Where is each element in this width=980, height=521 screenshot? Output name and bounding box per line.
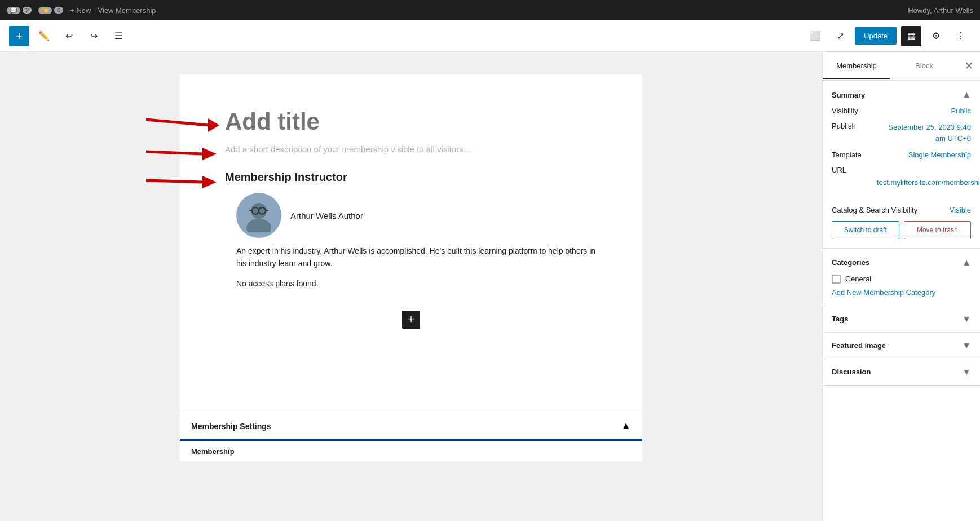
template-row: Template Single Membership <box>832 151 971 159</box>
summary-section: Summary ▲ Visibility Public Publish Sept… <box>823 81 980 249</box>
main-layout: Add title Add a short description of you… <box>0 52 980 521</box>
summary-section-header[interactable]: Summary ▲ <box>832 90 971 100</box>
featured-image-section[interactable]: Featured image ▼ <box>823 333 980 359</box>
title-block: Add title <box>225 108 597 135</box>
svg-line-2 <box>146 152 202 154</box>
description-placeholder[interactable]: Add a short description of your membersh… <box>225 144 597 154</box>
external-link-button[interactable]: ⤢ <box>830 26 850 46</box>
category-general-label: General <box>845 275 871 283</box>
list-view-button[interactable]: ☰ <box>108 26 129 46</box>
more-options-button[interactable]: ⋮ <box>951 26 971 46</box>
instructor-bio: An expert in his industry, Arthur Wells … <box>236 245 597 270</box>
comments-count: 2 <box>23 7 32 14</box>
category-general-row: General <box>832 275 971 284</box>
title-placeholder[interactable]: Add title <box>225 108 597 135</box>
instructor-heading: Membership Instructor <box>225 171 347 184</box>
featured-image-title: Featured image <box>832 341 886 350</box>
tags-expand-icon: ▼ <box>962 314 971 324</box>
category-general-checkbox[interactable] <box>832 275 841 284</box>
visibility-value[interactable]: Public <box>951 107 971 115</box>
admin-bar-left: 💬 2 🎫 0 + New View Membership <box>7 6 901 15</box>
tickets-badge[interactable]: 🎫 0 <box>38 7 63 14</box>
discussion-expand-icon: ▼ <box>962 367 971 377</box>
template-label: Template <box>832 151 877 159</box>
action-buttons: Switch to draft Move to trash <box>832 221 971 239</box>
svg-line-4 <box>146 180 202 182</box>
update-button[interactable]: Update <box>855 27 897 45</box>
user-greeting: Howdy, Arthur Wells <box>908 6 973 15</box>
new-button[interactable]: + New <box>70 6 91 15</box>
categories-title: Categories <box>832 258 869 267</box>
catalog-row: Catalog & Search Visibility Visible <box>832 206 971 214</box>
instructor-name: Arthur Wells Author <box>290 211 363 220</box>
publish-label: Publish <box>832 122 877 130</box>
instructor-card: Arthur Wells Author An expert in his ind… <box>236 193 597 288</box>
discussion-title: Discussion <box>832 368 871 376</box>
settings-bar-title: Membership Settings <box>191 422 271 431</box>
description-block: Add a short description of your membersh… <box>225 144 597 154</box>
instructor-section: Membership Instructor <box>225 171 597 288</box>
svg-marker-1 <box>208 118 219 132</box>
tickets-count: 0 <box>54 7 63 14</box>
featured-image-expand-icon: ▼ <box>962 341 971 351</box>
membership-label: Membership <box>191 447 235 456</box>
discussion-section[interactable]: Discussion ▼ <box>823 359 980 386</box>
view-membership-link[interactable]: View Membership <box>98 6 156 15</box>
add-block-button[interactable]: + <box>9 26 29 46</box>
svg-line-0 <box>146 120 208 125</box>
summary-title: Summary <box>832 91 865 99</box>
svg-marker-3 <box>202 148 217 160</box>
editor-area: Add title Add a short description of you… <box>0 52 822 521</box>
admin-bar: 💬 2 🎫 0 + New View Membership Howdy, Art… <box>0 0 980 20</box>
avatar <box>236 193 281 238</box>
publish-value[interactable]: September 25, 2023 9:40 am UTC+0 <box>877 122 971 144</box>
description-arrow-indicator <box>140 142 225 167</box>
undo-button[interactable]: ↩ <box>59 26 79 46</box>
publish-row: Publish September 25, 2023 9:40 am UTC+0 <box>832 122 971 144</box>
svg-line-10 <box>249 210 252 211</box>
visibility-label: Visibility <box>832 107 877 115</box>
catalog-label: Catalog & Search Visibility <box>832 206 917 214</box>
add-category-link[interactable]: Add New Membership Category <box>832 288 971 297</box>
switch-to-draft-button[interactable]: Switch to draft <box>832 221 899 239</box>
tags-section[interactable]: Tags ▼ <box>823 306 980 333</box>
settings-collapse-button[interactable]: ▲ <box>621 420 631 432</box>
instructor-heading-row: Membership Instructor <box>225 171 597 184</box>
editor-canvas: Add title Add a short description of you… <box>180 74 642 413</box>
categories-section-header[interactable]: Categories ▲ <box>832 258 971 268</box>
instructor-avatar-row: Arthur Wells Author <box>236 193 597 238</box>
svg-line-11 <box>266 210 268 211</box>
move-to-trash-button[interactable]: Move to trash <box>904 221 972 239</box>
visibility-row: Visibility Public <box>832 107 971 115</box>
no-plans-text: No access plans found. <box>236 279 597 288</box>
categories-section: Categories ▲ General Add New Membership … <box>823 249 980 306</box>
title-arrow-indicator <box>140 108 225 139</box>
sidebar-tabs: Membership Block ✕ <box>823 52 980 81</box>
membership-settings-bar: Membership Settings ▲ <box>180 413 642 439</box>
tags-title: Tags <box>832 315 848 323</box>
url-value[interactable]: nadia-test.myliftersite.com/membership/c… <box>877 166 980 199</box>
toolbar-right: ⬜ ⤢ Update ▦ ⚙ ⋮ <box>805 26 971 46</box>
comments-badge[interactable]: 💬 2 <box>7 7 32 14</box>
tab-membership[interactable]: Membership <box>823 54 890 79</box>
sidebar-close-button[interactable]: ✕ <box>958 52 980 80</box>
desktop-preview-button[interactable]: ⬜ <box>805 26 826 46</box>
sidebar-toggle-button[interactable]: ▦ <box>901 26 921 46</box>
editor-toolbar: + ✏️ ↩ ↪ ☰ ⬜ ⤢ Update ▦ ⚙ ⋮ <box>0 20 980 52</box>
svg-point-7 <box>246 219 271 232</box>
avatar-svg <box>242 198 276 232</box>
bottom-membership-label: Membership <box>180 441 642 461</box>
template-value[interactable]: Single Membership <box>908 151 971 159</box>
settings-button[interactable]: ⚙ <box>926 26 946 46</box>
summary-collapse-icon: ▲ <box>962 90 971 100</box>
catalog-value[interactable]: Visible <box>950 206 971 214</box>
svg-marker-5 <box>202 176 217 188</box>
tab-block[interactable]: Block <box>890 54 958 79</box>
url-label: URL <box>832 166 877 174</box>
redo-button[interactable]: ↪ <box>83 26 104 46</box>
add-block-inline-button[interactable]: + <box>402 311 420 329</box>
add-block-area: + <box>225 302 597 338</box>
edit-pen-button[interactable]: ✏️ <box>34 26 54 46</box>
instructor-arrow-indicator <box>140 168 225 196</box>
categories-collapse-icon: ▲ <box>962 258 971 268</box>
